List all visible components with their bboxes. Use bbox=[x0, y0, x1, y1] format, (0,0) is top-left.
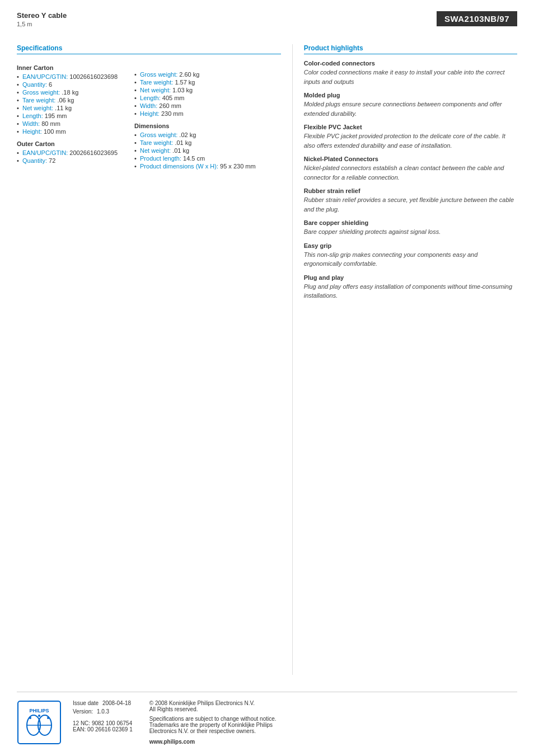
spec-value: 195 mm bbox=[45, 112, 67, 119]
spec-value: .11 kg bbox=[55, 105, 72, 111]
version-value: 1.0.3 bbox=[97, 708, 109, 715]
spec-value: 10026616023698 bbox=[69, 73, 118, 80]
spec-value: 260 mm bbox=[159, 102, 181, 109]
footer-issue-row: Issue date 2008-04-18 bbox=[73, 700, 133, 706]
spec-value: 230 mm bbox=[161, 110, 184, 117]
footer-version-row: Version: 1.0.3 bbox=[73, 708, 133, 715]
spec-value: 2.60 kg bbox=[179, 71, 199, 78]
spec-value: .02 kg bbox=[179, 132, 196, 138]
spec-label: Gross weight: bbox=[140, 132, 177, 138]
highlight-item: Nickel-Plated ConnectorsNickel-plated co… bbox=[304, 156, 517, 182]
highlight-desc: Color coded connections make it easy to … bbox=[304, 68, 517, 86]
highlight-item: Plug and playPlug and play offers easy i… bbox=[304, 274, 517, 300]
spec-label: Net weight: bbox=[140, 147, 171, 154]
spec-label: Tare weight: bbox=[140, 79, 173, 86]
inner-carton-item: Quantity: 6 bbox=[17, 81, 118, 88]
highlight-desc: Plug and play offers easy installation o… bbox=[304, 282, 517, 300]
spec-value: 405 mm bbox=[162, 95, 185, 101]
footer-nc-number: 12 NC: 9082 100 06754 bbox=[73, 720, 133, 726]
highlight-desc: Bare copper shielding protects against s… bbox=[304, 227, 517, 237]
spec-label: Length: bbox=[140, 95, 161, 101]
issue-label: Issue date bbox=[73, 700, 99, 706]
svg-point-7 bbox=[47, 717, 49, 719]
highlights-container: Color-coded connectorsColor coded connec… bbox=[304, 60, 517, 300]
inner-carton-list: EAN/UPC/GTIN: 10026616023698Quantity: 6G… bbox=[17, 73, 118, 135]
highlight-item: Molded plugMolded plugs ensure secure co… bbox=[304, 92, 517, 118]
spec-value: 20026616023695 bbox=[69, 149, 118, 156]
spec-value: 1.03 kg bbox=[172, 87, 193, 93]
right-col-specs-list: Gross weight: 2.60 kgTare weight: 1.57 k… bbox=[134, 71, 256, 117]
product-code: SWA2103NB/97 bbox=[437, 11, 517, 26]
right-col-spec-item: Tare weight: 1.57 kg bbox=[134, 79, 256, 86]
highlight-desc: Molded plugs ensure secure connections b… bbox=[304, 100, 517, 118]
right-col-spec-item: Gross weight: 2.60 kg bbox=[134, 71, 256, 78]
spec-label: Height: bbox=[140, 110, 160, 117]
highlight-item: Rubber strain reliefRubber strain relief… bbox=[304, 187, 517, 214]
highlight-desc: Nickel-plated connectors establish a cle… bbox=[304, 163, 517, 182]
highlight-desc: Flexible PVC jacket provided protection … bbox=[304, 132, 517, 150]
dimensions-title: Dimensions bbox=[134, 123, 256, 129]
spec-label: EAN/UPC/GTIN: bbox=[22, 73, 68, 80]
inner-carton-item: Height: 100 mm bbox=[17, 128, 118, 135]
highlight-title: Bare copper shielding bbox=[304, 219, 517, 226]
highlight-title: Easy grip bbox=[304, 242, 517, 249]
spec-label: Product dimensions (W x H): bbox=[140, 163, 218, 170]
footer-copyright: © 2008 Koninklijke Philips Electronics N… bbox=[149, 700, 277, 712]
product-size: 1,5 m bbox=[17, 21, 67, 27]
product-name: Stereo Y cable bbox=[17, 11, 67, 20]
footer: PHILIPS Issue date 2008-04-18 bbox=[17, 692, 517, 745]
spec-label: EAN/UPC/GTIN: bbox=[22, 149, 68, 156]
version-label: Version: bbox=[73, 708, 93, 715]
inner-carton-item: Width: 80 mm bbox=[17, 120, 118, 127]
spec-value: 80 mm bbox=[41, 120, 60, 127]
spec-label: Product length: bbox=[140, 155, 181, 162]
highlight-title: Molded plug bbox=[304, 92, 517, 98]
inner-carton-item: EAN/UPC/GTIN: 10026616023698 bbox=[17, 73, 118, 80]
right-col-spec-item: Net weight: 1.03 kg bbox=[134, 87, 256, 93]
spec-value: .18 kg bbox=[62, 89, 78, 96]
spec-label: Net weight: bbox=[140, 87, 171, 93]
spec-value: .06 kg bbox=[57, 97, 74, 104]
footer-website: www.philips.com bbox=[149, 739, 277, 745]
spec-value: 100 mm bbox=[44, 128, 66, 135]
left-column: Specifications Inner Carton EAN/UPC/GTIN… bbox=[17, 44, 292, 675]
svg-text:PHILIPS: PHILIPS bbox=[29, 708, 49, 713]
highlight-title: Nickel-Plated Connectors bbox=[304, 156, 517, 162]
inner-carton-title: Inner Carton bbox=[17, 64, 118, 71]
highlight-item: Bare copper shieldingBare copper shieldi… bbox=[304, 219, 517, 237]
footer-left: Issue date 2008-04-18 Version: 1.0.3 12 … bbox=[73, 700, 133, 745]
spec-label: Width: bbox=[140, 102, 157, 109]
footer-right: © 2008 Koninklijke Philips Electronics N… bbox=[149, 700, 277, 745]
spec-label: Height: bbox=[22, 128, 42, 135]
highlight-desc: This non-slip grip makes connecting your… bbox=[304, 250, 517, 269]
outer-carton-item: EAN/UPC/GTIN: 20026616023695 bbox=[17, 149, 118, 156]
spec-value: 1.57 kg bbox=[175, 79, 195, 86]
footer-nc: 12 NC: 9082 100 06754 EAN: 00 26616 0236… bbox=[73, 720, 133, 732]
spec-value: 14.5 cm bbox=[183, 155, 205, 162]
spec-value: .01 kg bbox=[175, 139, 191, 146]
highlight-title: Plug and play bbox=[304, 274, 517, 281]
inner-carton-item: Net weight: .11 kg bbox=[17, 105, 118, 111]
highlight-item: Easy gripThis non-slip grip makes connec… bbox=[304, 242, 517, 269]
inner-carton-item: Tare weight: .06 kg bbox=[17, 97, 118, 104]
footer-ean: EAN: 00 26616 02369 1 bbox=[73, 726, 133, 732]
issue-date: 2008-04-18 bbox=[102, 700, 131, 706]
spec-label: Width: bbox=[22, 120, 40, 127]
spec-label: Net weight: bbox=[22, 105, 53, 111]
outer-carton-list: EAN/UPC/GTIN: 20026616023695Quantity: 72 bbox=[17, 149, 118, 164]
highlight-title: Rubber strain relief bbox=[304, 187, 517, 194]
spec-label: Tare weight: bbox=[140, 139, 173, 146]
spec-value: 72 bbox=[49, 157, 55, 164]
highlights-section-title: Product highlights bbox=[304, 44, 517, 54]
spec-label: Length: bbox=[22, 112, 43, 119]
dimensions-item: Product length: 14.5 cm bbox=[134, 155, 256, 162]
outer-carton-title: Outer Carton bbox=[17, 140, 118, 147]
svg-point-6 bbox=[38, 715, 40, 717]
spec-value: 6 bbox=[49, 81, 52, 88]
inner-carton-item: Length: 195 mm bbox=[17, 112, 118, 119]
outer-carton-item: Quantity: 72 bbox=[17, 157, 118, 164]
dimensions-list: Gross weight: .02 kgTare weight: .01 kgN… bbox=[134, 132, 256, 170]
dimensions-item: Net weight: .01 kg bbox=[134, 147, 256, 154]
right-column: Product highlights Color-coded connector… bbox=[292, 44, 517, 675]
footer-disclaimer: Specifications are subject to change wit… bbox=[149, 716, 277, 734]
